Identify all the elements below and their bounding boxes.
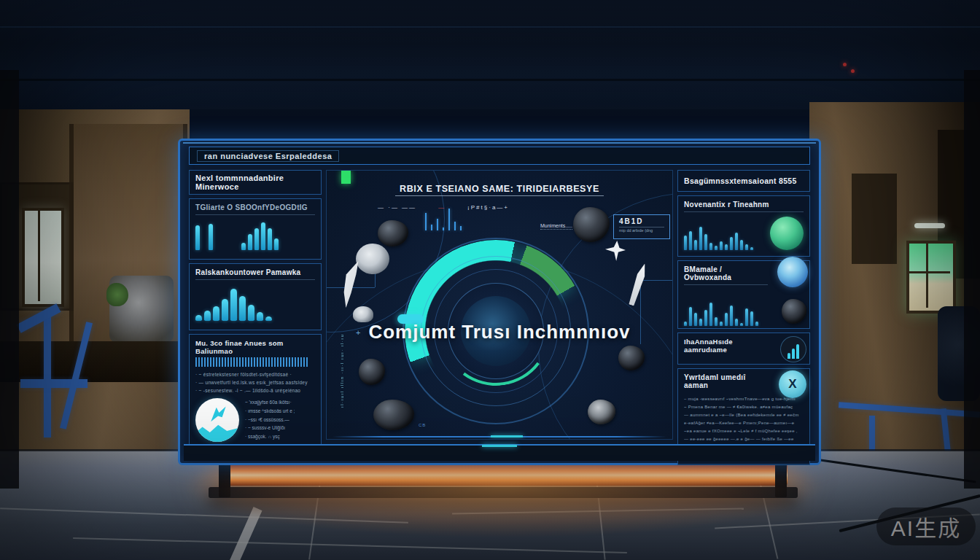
left-window bbox=[22, 208, 64, 307]
divider bbox=[195, 279, 315, 280]
right-panel-header-label: Bsagümnssxtemsaioant 8555 bbox=[684, 176, 797, 185]
divider bbox=[684, 211, 804, 212]
avatar-wave-shape bbox=[195, 422, 239, 443]
right-dark-pillar bbox=[964, 70, 980, 489]
left-panel-header-label: Nexl tommnnadanbire Minerwoce bbox=[195, 174, 315, 191]
left-section-2-title: Ralskankountower Pamawka bbox=[195, 268, 315, 276]
right-window bbox=[906, 241, 956, 314]
left-section-3-title: Mu. 3co finae Anues som Baliunmao bbox=[195, 339, 315, 355]
ceiling-beam-shadow bbox=[0, 79, 980, 81]
circuit-line bbox=[640, 280, 673, 281]
right-section-1-bar-chart bbox=[684, 219, 766, 250]
ceiling-red-light bbox=[851, 69, 855, 73]
blue-chair-post bbox=[44, 315, 51, 438]
left-dark-pillar bbox=[0, 70, 19, 489]
dashboard-screen: ran nunciadvese Esrpaleddesa Nexl tommnn… bbox=[178, 139, 821, 465]
left-section-1-card[interactable]: TGliarte O SBOOnfYDeOGDtIG bbox=[189, 198, 322, 260]
left-section-1-bar-chart bbox=[195, 219, 315, 250]
right-wall-equipment bbox=[852, 174, 897, 264]
dashboard-title: ran nunciadvese Esrpaleddesa bbox=[197, 150, 339, 162]
bench-plant bbox=[106, 283, 128, 306]
muniment-label: Muniments..... bbox=[540, 223, 572, 230]
dark-moon-icon bbox=[782, 299, 806, 324]
center-bottom-cyan-segment bbox=[491, 435, 523, 438]
right-section-3-card[interactable]: IhaAnnaHsıde aamrudıame bbox=[677, 332, 810, 365]
center-heading-label: RBIX E TSEIANO SAME: TIRIDEIARBESYE bbox=[395, 184, 604, 196]
barcode-strip bbox=[195, 357, 308, 367]
under-screen-light-strip bbox=[219, 464, 788, 486]
left-section-2-card[interactable]: Ralskankountower Pamawka bbox=[189, 263, 322, 330]
left-section-1-title: TGliarte O SBOOnfYDeOGDtIG bbox=[195, 203, 315, 211]
x-badge[interactable]: X bbox=[779, 370, 806, 398]
divider bbox=[684, 284, 768, 285]
left-panel: Nexl tommnnadanbire Minerwoce TGliarte O… bbox=[189, 170, 322, 440]
right-section-3-title: IhaAnnaHsıde aamrudıame bbox=[684, 338, 771, 354]
right-section-2-card[interactable]: BMamale / Ovbwoxanda bbox=[677, 260, 810, 329]
green-status-indicator bbox=[341, 171, 351, 184]
left-workbench bbox=[0, 341, 190, 382]
ceiling-red-light bbox=[843, 63, 847, 66]
tick-group: — ·— —— bbox=[378, 204, 416, 211]
mini-bars-medallion bbox=[780, 336, 806, 362]
right-panel: Bsagümnssxtemsaioant 8555 Novenantix r T… bbox=[677, 170, 810, 440]
vertical-scale-text: ıl·ıuıl ıllın ·ıı·l ıuı· ıl·ıu bbox=[340, 280, 344, 408]
bezel-cyan-segment bbox=[482, 445, 517, 447]
center-heading: RBIX E TSEIANO SAME: TIRIDEIARBESYE bbox=[327, 184, 672, 194]
ceiling-beam-line bbox=[0, 26, 980, 28]
blue-swirl-avatar[interactable] bbox=[777, 257, 808, 287]
left-section-3-card[interactable]: Mu. 3co finae Anues som Baliunmao · ~ és… bbox=[189, 334, 322, 447]
right-section-2-bar-chart bbox=[684, 289, 773, 326]
origami-bird-icon bbox=[208, 405, 228, 424]
gauge-center-label: Comjumt Trusı Inchmnnıov bbox=[327, 321, 672, 343]
right-window-mullion bbox=[926, 241, 928, 308]
bezel-top-accent bbox=[183, 142, 816, 144]
right-section-2-title: BMamale / Ovbwoxanda bbox=[684, 265, 769, 281]
left-panel-header-card[interactable]: Nexl tommnnadanbire Minerwoce bbox=[189, 170, 322, 195]
green-planet-avatar[interactable] bbox=[770, 217, 804, 250]
cb-label: CB bbox=[419, 423, 426, 427]
ai-generated-watermark: AI生成 bbox=[876, 508, 976, 545]
value-chip[interactable]: 4B1D mip dd arbıde (dng bbox=[613, 214, 670, 239]
fluorescent-tube-light bbox=[914, 223, 945, 228]
shell-icon bbox=[353, 306, 373, 322]
divider bbox=[195, 214, 315, 215]
right-window-transom bbox=[906, 271, 950, 273]
chip-value: 4B1D bbox=[619, 217, 664, 225]
right-panel-header-card[interactable]: Bsagümnssxtemsaioant 8555 bbox=[677, 170, 810, 192]
dashboard-title-bar: ran nunciadvese Esrpaleddesa bbox=[189, 147, 810, 165]
right-section-1-card[interactable]: Novenantix r Tineahnm bbox=[677, 195, 810, 257]
left-section-3-text-lines: · ~ éstretekstesner fölsdtet-svfşedltdsa… bbox=[195, 370, 315, 394]
left-section-3-notes: ~ 'xxajjyfse 60a ikötsı·· ımsse ^slıdsoâ… bbox=[245, 398, 295, 440]
bird-medallion-icon bbox=[356, 244, 389, 274]
left-section-2-bar-chart bbox=[195, 284, 315, 321]
screen-stand-base bbox=[209, 487, 798, 498]
center-panel: RBIX E TSEIANO SAME: TIRIDEIARBESYE — ·—… bbox=[326, 170, 673, 440]
chip-subtext: mip dd arbıde (dng bbox=[619, 227, 664, 233]
right-section-4-title: Ywrtdaml umedıî aaman bbox=[684, 373, 769, 389]
left-window-mullion bbox=[38, 208, 40, 301]
right-section-1-title: Novenantix r Tineahnm bbox=[684, 201, 804, 209]
tick-group: ¡P#t§·a—+ bbox=[467, 204, 509, 211]
bird-avatar[interactable] bbox=[195, 398, 239, 442]
mini-sparkline bbox=[425, 206, 462, 230]
